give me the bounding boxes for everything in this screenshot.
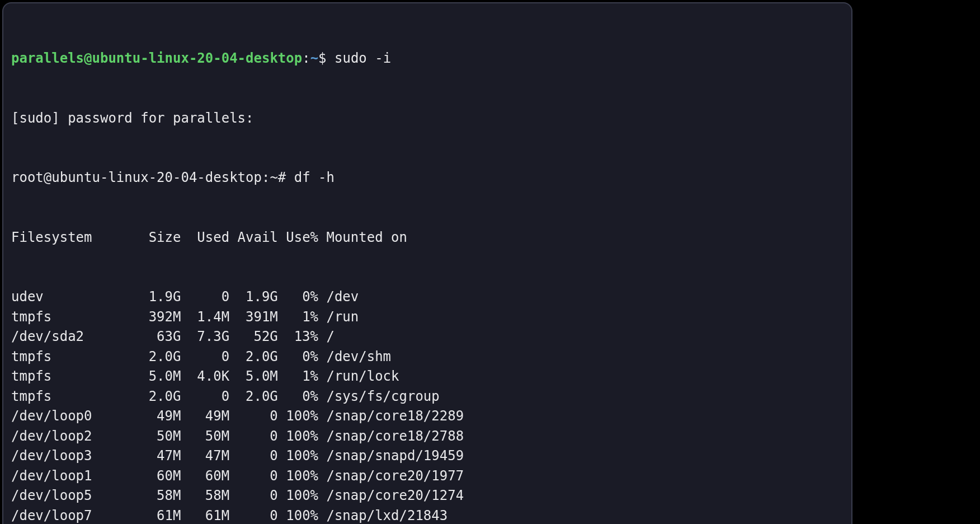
df-cell-filesystem: /dev/loop7 <box>11 506 133 524</box>
df-cell-used: 60M <box>181 466 229 486</box>
df-row: tmpfs5.0M4.0K5.0M1%/run/lock <box>11 367 844 387</box>
df-row: /dev/loop558M58M0100%/snap/core20/1274 <box>11 486 844 506</box>
df-cell-usepct: 0% <box>278 387 318 407</box>
df-cell-usepct: 0% <box>278 287 318 307</box>
df-cell-filesystem: udev <box>11 287 133 307</box>
df-cell-filesystem: /dev/loop1 <box>11 466 133 486</box>
df-cell-usepct: 100% <box>278 446 318 466</box>
df-row: tmpfs392M1.4M391M1%/run <box>11 307 844 328</box>
df-header-row: FilesystemSizeUsedAvailUse%Mounted on <box>11 228 844 248</box>
df-header-mounted: Mounted on <box>318 228 407 248</box>
df-row: tmpfs2.0G02.0G0%/sys/fs/cgroup <box>11 387 844 407</box>
df-cell-avail: 0 <box>229 466 278 486</box>
df-cell-mounted: / <box>318 327 334 347</box>
df-cell-mounted: /snap/core20/1274 <box>318 486 464 506</box>
df-header-size: Size <box>133 228 181 248</box>
df-cell-size: 50M <box>133 427 181 447</box>
df-cell-mounted: /snap/core18/2289 <box>318 406 464 427</box>
df-row: /dev/loop250M50M0100%/snap/core18/2788 <box>11 427 844 447</box>
df-cell-used: 0 <box>181 387 229 407</box>
df-cell-usepct: 100% <box>278 406 318 427</box>
df-cell-usepct: 100% <box>278 427 318 447</box>
df-cell-usepct: 100% <box>278 486 318 506</box>
df-cell-usepct: 100% <box>278 466 318 486</box>
df-cell-avail: 0 <box>229 486 278 506</box>
prompt-user-host: parallels@ubuntu-linux-20-04-desktop <box>11 50 302 66</box>
df-cell-size: 47M <box>133 446 181 466</box>
df-row: /dev/loop347M47M0100%/snap/snapd/19459 <box>11 446 844 466</box>
df-cell-used: 7.3G <box>181 327 229 347</box>
df-header-used: Used <box>181 228 229 248</box>
df-cell-filesystem: tmpfs <box>11 347 133 367</box>
df-row: /dev/sda263G7.3G52G13%/ <box>11 327 844 347</box>
df-cell-mounted: /sys/fs/cgroup <box>318 387 440 407</box>
df-cell-filesystem: tmpfs <box>11 307 133 328</box>
df-cell-filesystem: /dev/sda2 <box>11 327 133 347</box>
df-cell-size: 5.0M <box>133 367 181 387</box>
df-row: /dev/loop761M61M0100%/snap/lxd/21843 <box>11 506 844 524</box>
df-row: tmpfs2.0G02.0G0%/dev/shm <box>11 347 844 367</box>
df-cell-used: 0 <box>181 287 229 307</box>
df-cell-avail: 2.0G <box>229 347 278 367</box>
df-cell-mounted: /dev <box>318 287 359 307</box>
df-cell-filesystem: /dev/loop3 <box>11 446 133 466</box>
df-cell-avail: 0 <box>229 406 278 427</box>
df-cell-size: 392M <box>133 307 181 328</box>
df-cell-used: 1.4M <box>181 307 229 328</box>
df-cell-avail: 52G <box>229 327 278 347</box>
df-cell-size: 58M <box>133 486 181 506</box>
df-cell-mounted: /snap/core20/1977 <box>318 466 464 486</box>
prompt-sep: : <box>302 50 310 66</box>
df-cell-used: 49M <box>181 406 229 427</box>
sudo-password-line: [sudo] password for parallels: <box>11 109 844 129</box>
df-cell-filesystem: tmpfs <box>11 367 133 387</box>
df-cell-mounted: /snap/core18/2788 <box>318 427 464 447</box>
df-cell-size: 49M <box>133 406 181 427</box>
root-prompt: root@ubuntu-linux-20-04-desktop:~# <box>11 170 286 185</box>
df-cell-filesystem: /dev/loop5 <box>11 486 133 506</box>
df-cell-avail: 0 <box>229 427 278 447</box>
df-cell-used: 4.0K <box>181 367 229 387</box>
df-cell-usepct: 100% <box>278 506 318 524</box>
df-row: udev1.9G01.9G0%/dev <box>11 287 844 307</box>
command-df: df -h <box>294 170 334 185</box>
df-cell-used: 61M <box>181 506 229 524</box>
df-cell-avail: 391M <box>229 307 278 328</box>
df-row: /dev/loop160M60M0100%/snap/core20/1977 <box>11 466 844 486</box>
df-cell-usepct: 1% <box>278 367 318 387</box>
df-cell-mounted: /run <box>318 307 359 328</box>
df-cell-avail: 2.0G <box>229 387 278 407</box>
df-cell-used: 0 <box>181 347 229 367</box>
df-cell-mounted: /snap/lxd/21843 <box>318 506 447 524</box>
df-header-filesystem: Filesystem <box>11 228 133 248</box>
root-prompt-line-1: root@ubuntu-linux-20-04-desktop:~# df -h <box>11 168 844 188</box>
prompt-path: ~ <box>310 50 318 66</box>
df-cell-usepct: 0% <box>278 347 318 367</box>
df-cell-used: 50M <box>181 427 229 447</box>
df-cell-size: 61M <box>133 506 181 524</box>
command-sudo: sudo -i <box>334 50 391 66</box>
df-rows-container: udev1.9G01.9G0%/devtmpfs392M1.4M391M1%/r… <box>11 287 844 524</box>
prompt-symbol: $ <box>318 50 326 66</box>
df-row: /dev/loop049M49M0100%/snap/core18/2289 <box>11 406 844 427</box>
df-cell-size: 1.9G <box>133 287 181 307</box>
df-cell-avail: 0 <box>229 506 278 524</box>
df-cell-mounted: /snap/snapd/19459 <box>318 446 464 466</box>
df-cell-usepct: 13% <box>278 327 318 347</box>
df-cell-size: 2.0G <box>133 347 181 367</box>
df-cell-used: 47M <box>181 446 229 466</box>
df-cell-filesystem: /dev/loop2 <box>11 427 133 447</box>
df-cell-avail: 1.9G <box>229 287 278 307</box>
df-cell-used: 58M <box>181 486 229 506</box>
df-cell-size: 2.0G <box>133 387 181 407</box>
df-cell-size: 63G <box>133 327 181 347</box>
df-cell-filesystem: /dev/loop0 <box>11 406 133 427</box>
terminal-window[interactable]: parallels@ubuntu-linux-20-04-desktop:~$ … <box>2 2 852 524</box>
df-header-avail: Avail <box>229 228 278 248</box>
df-cell-mounted: /run/lock <box>318 367 399 387</box>
df-cell-usepct: 1% <box>278 307 318 328</box>
df-header-usepct: Use% <box>278 228 318 248</box>
df-cell-filesystem: tmpfs <box>11 387 133 407</box>
df-cell-avail: 0 <box>229 446 278 466</box>
df-cell-avail: 5.0M <box>229 367 278 387</box>
